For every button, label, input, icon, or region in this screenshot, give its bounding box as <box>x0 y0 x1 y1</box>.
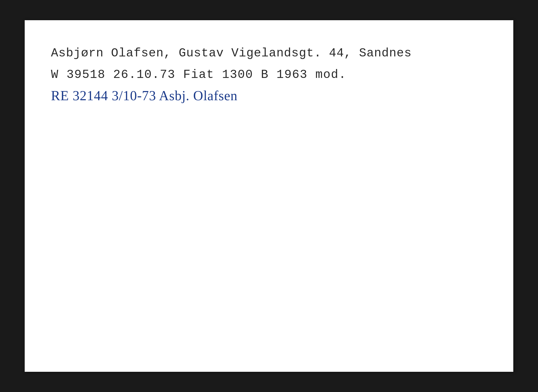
handwritten-entry: RE 32144 3/10-73 Asbj. Olafsen <box>51 87 487 105</box>
index-card: Asbjørn Olafsen, Gustav Vigelandsgt. 44,… <box>25 20 513 372</box>
typed-name-address: Asbjørn Olafsen, Gustav Vigelandsgt. 44,… <box>51 46 487 60</box>
typed-registration-info: W 39518 26.10.73 Fiat 1300 B 1963 mod. <box>51 68 487 82</box>
